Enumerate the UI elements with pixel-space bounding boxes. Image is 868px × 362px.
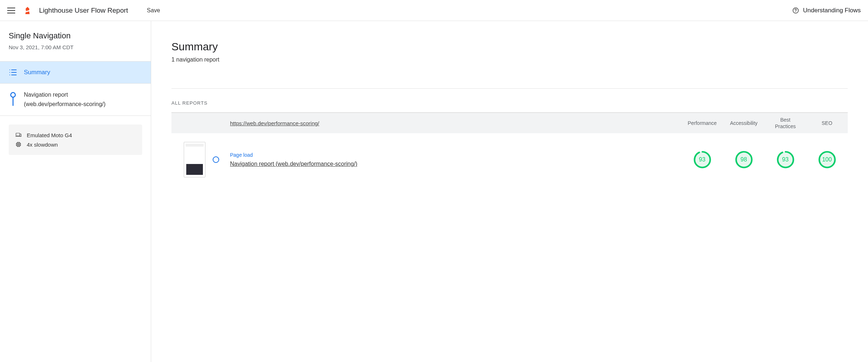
gauge-best-practices[interactable]: 93: [776, 150, 795, 169]
report-url[interactable]: https://web.dev/performance-scoring/: [226, 120, 681, 126]
lighthouse-logo-icon: [24, 6, 31, 15]
sidebar-item-label: Summary: [24, 69, 50, 76]
env-device-label: Emulated Moto G4: [27, 132, 72, 138]
column-performance: Performance: [681, 120, 723, 126]
sidebar: Single Navigation Nov 3, 2021, 7:00 AM C…: [0, 21, 151, 362]
app-title: Lighthouse User Flow Report: [39, 7, 128, 14]
svg-rect-10: [16, 133, 20, 136]
svg-point-2: [9, 70, 10, 70]
flow-name: Single Navigation: [9, 31, 142, 41]
report-link[interactable]: Navigation report (web.dev/performance-s…: [230, 161, 357, 167]
sidebar-header: Single Navigation Nov 3, 2021, 7:00 AM C…: [0, 21, 151, 62]
column-best-practices: BestPractices: [765, 117, 806, 130]
help-label: Understanding Flows: [803, 7, 861, 14]
svg-rect-12: [17, 143, 20, 146]
environment-box: Emulated Moto G4 4x slowdown: [9, 125, 142, 155]
page-title: Summary: [171, 41, 848, 53]
pin-icon: [9, 92, 17, 106]
list-icon: [9, 68, 17, 77]
all-reports-label: ALL REPORTS: [171, 100, 848, 106]
gauge-performance[interactable]: 93: [693, 150, 712, 169]
gauge-seo[interactable]: 100: [818, 150, 837, 169]
flow-timestamp: Nov 3, 2021, 7:00 AM CDT: [9, 44, 142, 50]
env-throttle-label: 4x slowdown: [27, 142, 58, 148]
navigation-marker-icon: [213, 156, 219, 163]
sidebar-item-summary[interactable]: Summary: [0, 62, 151, 84]
gauge-accessibility[interactable]: 98: [735, 150, 753, 169]
device-icon: [15, 132, 22, 138]
main-content: Summary 1 navigation report ALL REPORTS …: [151, 21, 868, 362]
column-seo: SEO: [806, 120, 848, 126]
sidebar-item-navigation-report[interactable]: Navigation report (web.dev/performance-s…: [0, 84, 151, 116]
help-link[interactable]: Understanding Flows: [792, 7, 861, 14]
svg-point-1: [796, 12, 796, 12]
page-subtitle: 1 navigation report: [171, 56, 848, 63]
save-button[interactable]: Save: [147, 7, 160, 14]
help-icon: [792, 7, 799, 14]
svg-point-6: [9, 75, 10, 75]
svg-rect-11: [20, 134, 21, 136]
svg-point-4: [9, 72, 10, 73]
column-accessibility: Accessibility: [723, 120, 765, 126]
report-header-row: https://web.dev/performance-scoring/ Per…: [171, 113, 848, 133]
cpu-icon: [15, 141, 22, 148]
topbar: Lighthouse User Flow Report Save Underst…: [0, 0, 868, 21]
svg-rect-13: [18, 144, 19, 145]
screenshot-thumbnail[interactable]: [184, 142, 205, 177]
step-type-label: Page load: [230, 152, 681, 158]
report-title-line: Navigation report: [24, 92, 106, 98]
report-url-line: (web.dev/performance-scoring/): [24, 101, 106, 108]
svg-point-8: [11, 93, 16, 97]
menu-icon[interactable]: [7, 6, 16, 15]
report-row: Page load Navigation report (web.dev/per…: [171, 133, 848, 186]
